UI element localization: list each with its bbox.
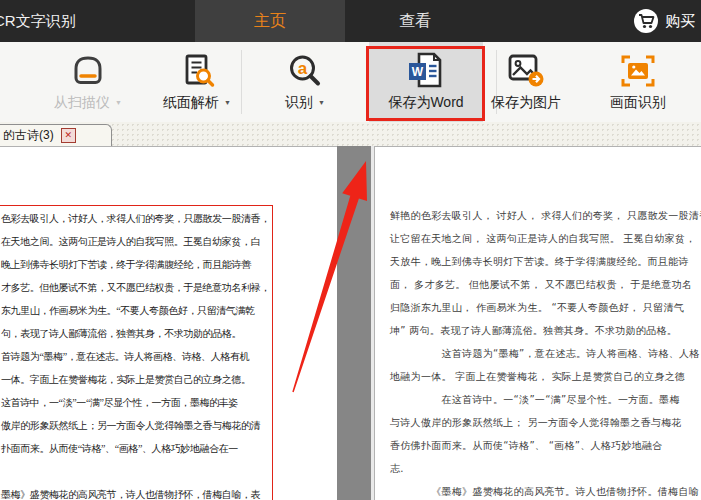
document-line: 色彩去吸引人，讨好人，求得人们的夸奖，只愿散发一股清香， xyxy=(1,207,272,230)
document-line: 晚上到佛寺长明灯下苦读，终于学得满腹经纶，而且能诗善 xyxy=(1,253,272,276)
ocr-line: 《墨梅》盛赞梅花的高风亮节。诗人也借物抒怀。借梅自喻 xyxy=(390,480,701,500)
original-document-panel[interactable]: 色彩去吸引人，讨好人，求得人们的夸奖，只愿散发一股清香， 在天地之间。这两句正是… xyxy=(0,146,337,500)
text-region-highlight: 色彩去吸引人，讨好人，求得人们的夸奖，只愿散发一股清香， 在天地之间。这两句正是… xyxy=(0,205,273,500)
ocr-line: 鲜艳的色彩去吸引人， 讨好人， 求得人们的夸奖， 只愿散发一股清香， xyxy=(390,204,701,227)
titlebar: CR文字识别 主页 查看 购买 xyxy=(0,0,701,42)
buy-button[interactable]: 购买 xyxy=(633,0,695,42)
svg-text:W: W xyxy=(412,65,424,79)
ocr-line: 天放牛，晚上到佛寺长明灯下苦读。终于学得满腹经纶。而且能诗 xyxy=(390,250,701,273)
toolbar-item-recognize[interactable]: a 识别▼ xyxy=(255,42,355,122)
toolbar-item-label: 识别 xyxy=(285,94,313,110)
document-tab[interactable]: 的古诗(3) ✕ xyxy=(0,124,112,146)
ocr-line: 归隐浙东九里山， 作画易米为生。 “不要人夸颜色好， 只留清气 xyxy=(390,296,701,319)
ocr-line: 面， 多才多艺。 但他屡试不第， 又不愿巴结权贵， 于是绝意功名 xyxy=(390,273,701,296)
tab-view[interactable]: 查看 xyxy=(350,0,480,42)
toolbar-item-label: 保存为图片 xyxy=(491,94,561,110)
paper-analysis-icon xyxy=(147,52,247,90)
toolbar: 从扫描仪▼ 纸面解析▼ a 识别▼ xyxy=(0,42,701,123)
document-line: 在天地之间。这两句正是诗人的自我写照。王冕自幼家贫，白 xyxy=(1,230,272,253)
recognize-icon: a xyxy=(255,52,355,90)
ocr-line: 坤” 两句。表现了诗人鄙薄流俗。独善其身。不求功勋的品格。 xyxy=(390,319,701,342)
cart-icon xyxy=(633,8,659,34)
buy-label: 购买 xyxy=(665,12,695,31)
app-title: CR文字识别 xyxy=(0,0,76,42)
word-icon: W xyxy=(369,52,483,90)
toolbar-item-save-as-image[interactable]: 保存为图片 xyxy=(476,42,576,122)
ocr-line: 香仿佛扑面而来。从而使“诗格”、 “画格”、人格巧妙地融合 xyxy=(390,434,701,457)
tab-home[interactable]: 主页 xyxy=(195,0,345,42)
document-line: 一体。字面上在赞誉梅花，实际上是赞赏自己的立身之德。 xyxy=(1,368,272,391)
document-line: 这首诗中，一“淡”一“满”尽显个性，一方面，墨梅的丰姿 xyxy=(1,391,272,414)
ocr-line: 在这首诗中。一“淡”一“满”尽显个性。一方面。墨梅 xyxy=(390,388,701,411)
document-line: 东九里山，作画易米为生。“不要人夸颜色好，只留清气满乾 xyxy=(1,299,272,322)
document-tabstrip: 的古诗(3) ✕ xyxy=(0,122,701,146)
toolbar-item-from-scanner[interactable]: 从扫描仪▼ xyxy=(38,42,138,122)
document-line: 首诗题为“墨梅”，意在述志。诗人将画格、诗格、人格有机 xyxy=(1,345,272,368)
ocr-line: 地融为一体。 字面上在赞誉梅花， 实际上是赞赏自己的立身之德 xyxy=(390,365,701,388)
document-line: 傲岸的形象跃然纸上；另一方面令人觉得翰墨之香与梅花的清 xyxy=(1,414,272,437)
close-icon[interactable]: ✕ xyxy=(61,128,76,143)
document-line: 墨梅》盛赞梅花的高风亮节，诗人也借物抒怀，借梅自喻，表 xyxy=(1,483,272,500)
toolbar-item-label: 从扫描仪 xyxy=(54,94,110,110)
ocr-line: 志. xyxy=(390,457,701,480)
scanner-icon xyxy=(38,52,138,90)
chevron-down-icon: ▼ xyxy=(318,99,325,106)
chevron-down-icon: ▼ xyxy=(115,99,122,106)
document-line: 才多艺。但他屡试不第，又不愿巴结权贵，于是绝意功名利禄， xyxy=(1,276,272,299)
chevron-down-icon: ▼ xyxy=(224,99,231,106)
ocr-line: 这首诗题为“墨梅”，意在述志。诗人将画格、诗格、人格 xyxy=(390,342,701,365)
recognized-text-panel[interactable]: 鲜艳的色彩去吸引人， 讨好人， 求得人们的夸奖， 只愿散发一股清香， 让它留在天… xyxy=(374,146,701,500)
toolbar-separator xyxy=(241,50,242,114)
ocr-text-block: 鲜艳的色彩去吸引人， 讨好人， 求得人们的夸奖， 只愿散发一股清香， 让它留在天… xyxy=(390,204,701,500)
svg-text:a: a xyxy=(298,59,308,78)
document-line: 句，表现了诗人鄙薄流俗，独善其身，不求功勋的品格。 xyxy=(1,322,272,345)
toolbar-item-save-as-word[interactable]: W 保存为Word xyxy=(369,42,483,122)
ocr-line: 与诗人傲岸的形象跃然纸上； 另一方面令人觉得翰墨之香与梅花 xyxy=(390,411,701,434)
toolbar-item-screen-recognition[interactable]: 画面识别 xyxy=(588,42,688,122)
document-line: 扑面而来。从而使“诗格”、“画格”、人格巧妙地融合在一 xyxy=(1,437,272,460)
document-tab-label: 的古诗(3) xyxy=(3,127,54,144)
screen-recognition-icon xyxy=(588,52,688,90)
content-area: 色彩去吸引人，讨好人，求得人们的夸奖，只愿散发一股清香， 在天地之间。这两句正是… xyxy=(0,146,701,500)
save-as-image-icon xyxy=(476,52,576,90)
document-line xyxy=(1,460,272,483)
toolbar-item-label: 纸面解析 xyxy=(163,94,219,110)
toolbar-item-paper-analysis[interactable]: 纸面解析▼ xyxy=(147,42,247,122)
toolbar-item-label: 画面识别 xyxy=(610,94,666,110)
toolbar-item-label: 保存为Word xyxy=(388,94,463,110)
ocr-line: 让它留在天地之间， 这两句正是诗人的自我写照。 王冕自幼家贫， xyxy=(390,227,701,250)
